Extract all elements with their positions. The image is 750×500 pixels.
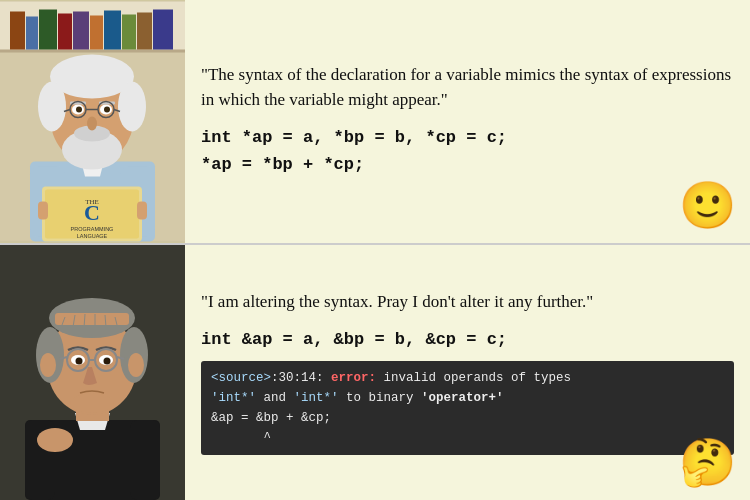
svg-rect-5 [26, 17, 38, 50]
svg-rect-11 [122, 15, 136, 50]
error-message: invalid operands of types [376, 371, 571, 385]
panel-2: "I am altering the syntax. Pray I don't … [0, 245, 750, 500]
panel2-emoji: 🤔 [679, 440, 736, 486]
svg-rect-13 [153, 10, 173, 50]
error-type1: 'int*' [211, 391, 256, 405]
svg-point-20 [118, 82, 146, 132]
panel1-emoji: 🙂 [679, 183, 736, 229]
svg-point-26 [104, 107, 110, 113]
error-line1: <source>:30:14: error: invalid operands … [211, 368, 724, 388]
error-operator: 'operator+' [421, 391, 504, 405]
svg-point-67 [104, 358, 111, 365]
svg-text:C: C [84, 200, 100, 225]
main-container: THE C PROGRAMMING LANGUAGE "The syntax o… [0, 0, 750, 500]
svg-rect-43 [38, 202, 48, 220]
svg-rect-10 [104, 11, 121, 50]
error-line2: 'int*' and 'int*' to binary 'operator+' [211, 388, 724, 408]
svg-point-63 [128, 353, 144, 377]
photo-person1: THE C PROGRAMMING LANGUAGE [0, 0, 185, 243]
panel1-code1: int *ap = a, *bp = b, *cp = c; [201, 125, 734, 151]
panel2-error-block: <source>:30:14: error: invalid operands … [201, 361, 734, 455]
photo-person2 [0, 245, 185, 500]
error-source: <source> [211, 371, 271, 385]
svg-rect-3 [0, 50, 185, 53]
panel2-content: "I am altering the syntax. Pray I don't … [185, 245, 750, 500]
svg-rect-6 [39, 10, 57, 50]
panel-1: THE C PROGRAMMING LANGUAGE "The syntax o… [0, 0, 750, 245]
svg-point-19 [38, 82, 66, 132]
error-caret: ^ [211, 428, 724, 448]
svg-point-66 [76, 358, 83, 365]
error-location: :30:14: [271, 371, 324, 385]
svg-point-62 [40, 353, 56, 377]
panel1-code2: *ap = *bp + *cp; [201, 152, 734, 178]
svg-rect-9 [90, 16, 103, 50]
svg-rect-4 [10, 12, 25, 50]
svg-text:LANGUAGE: LANGUAGE [77, 233, 108, 239]
svg-point-25 [76, 107, 82, 113]
panel1-quote: "The syntax of the declaration for a var… [201, 63, 734, 112]
panel1-content: "The syntax of the declaration for a var… [185, 0, 750, 243]
svg-point-29 [87, 117, 97, 131]
svg-rect-55 [55, 313, 129, 325]
svg-rect-7 [58, 14, 72, 50]
svg-point-73 [70, 393, 114, 413]
svg-rect-12 [137, 13, 152, 50]
svg-rect-75 [130, 420, 160, 500]
svg-rect-8 [73, 12, 89, 50]
svg-point-76 [37, 428, 73, 452]
error-keyword: error: [324, 371, 377, 385]
panel2-code1: int &ap = a, &bp = b, &cp = c; [201, 327, 734, 353]
panel2-quote: "I am altering the syntax. Pray I don't … [201, 290, 734, 315]
svg-rect-44 [137, 202, 147, 220]
svg-text:PROGRAMMING: PROGRAMMING [71, 226, 114, 232]
error-type2: 'int*' [294, 391, 339, 405]
error-code-line: &ap = &bp + &cp; [211, 408, 724, 428]
